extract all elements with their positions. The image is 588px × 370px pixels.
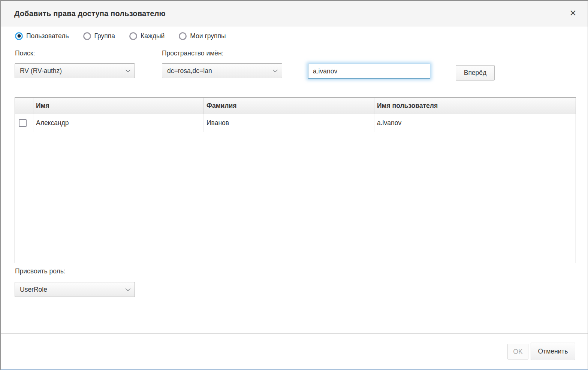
namespace-select[interactable]: dc=rosa,dc=lan	[162, 63, 282, 78]
table-header-row: Имя Фамилия Имя пользователя	[15, 98, 576, 114]
table-row[interactable]: Александр Иванов a.ivanov	[15, 114, 576, 132]
chevron-down-icon	[126, 286, 130, 291]
go-button[interactable]: Вперёд	[456, 65, 495, 81]
chevron-down-icon	[273, 67, 278, 72]
radio-option-everyone[interactable]: Каждый	[129, 32, 165, 40]
dialog-title: Добавить права доступа пользователю	[14, 1, 166, 27]
role-value: UserRole	[20, 286, 47, 294]
radio-option-user-label: Пользователь	[26, 32, 69, 40]
search-profile-select[interactable]: RV (RV-authz)	[15, 63, 135, 78]
radio-option-group-label: Группа	[94, 32, 115, 40]
checkbox-column-header	[15, 98, 33, 114]
namespace-label: Пространство имён:	[162, 49, 223, 57]
role-select[interactable]: UserRole	[15, 282, 135, 297]
cancel-button[interactable]: Отменить	[531, 343, 575, 360]
search-label: Поиск:	[15, 49, 35, 57]
cell-empty	[544, 114, 576, 132]
radio-unselected-icon	[179, 32, 187, 40]
footer-divider	[1, 333, 588, 334]
radio-option-my-groups[interactable]: Мои группы	[179, 32, 226, 40]
row-checkbox[interactable]	[19, 119, 27, 127]
radio-option-my-groups-label: Мои группы	[190, 32, 226, 40]
column-header-last-name[interactable]: Фамилия	[203, 98, 374, 114]
column-header-username[interactable]: Имя пользователя	[374, 98, 544, 114]
search-query-input[interactable]	[308, 64, 430, 79]
cell-last-name: Иванов	[203, 114, 374, 132]
chevron-down-icon	[126, 67, 130, 72]
radio-option-user[interactable]: Пользователь	[15, 32, 69, 40]
radio-selected-icon	[15, 32, 23, 40]
close-icon[interactable]: ✕	[567, 7, 579, 19]
search-profile-value: RV (RV-authz)	[20, 67, 62, 75]
column-header-empty	[544, 98, 576, 114]
assign-role-label: Присвоить роль:	[15, 267, 66, 275]
namespace-value: dc=rosa,dc=lan	[167, 67, 212, 75]
radio-option-everyone-label: Каждый	[141, 32, 165, 40]
search-type-radio-group: Пользователь Группа Каждый Мои группы	[15, 31, 226, 41]
search-results-table: Имя Фамилия Имя пользователя Александр И…	[15, 97, 576, 263]
radio-unselected-icon	[83, 32, 91, 40]
radio-unselected-icon	[129, 32, 137, 40]
cell-first-name: Александр	[33, 114, 203, 132]
radio-option-group[interactable]: Группа	[83, 32, 115, 40]
dialog-titlebar: Добавить права доступа пользователю ✕	[1, 1, 588, 27]
add-permission-dialog: Добавить права доступа пользователю ✕ По…	[0, 0, 588, 370]
cell-username: a.ivanov	[374, 114, 544, 132]
ok-button[interactable]: OK	[507, 344, 528, 360]
column-header-first-name[interactable]: Имя	[33, 98, 203, 114]
row-checkbox-cell	[15, 114, 33, 132]
